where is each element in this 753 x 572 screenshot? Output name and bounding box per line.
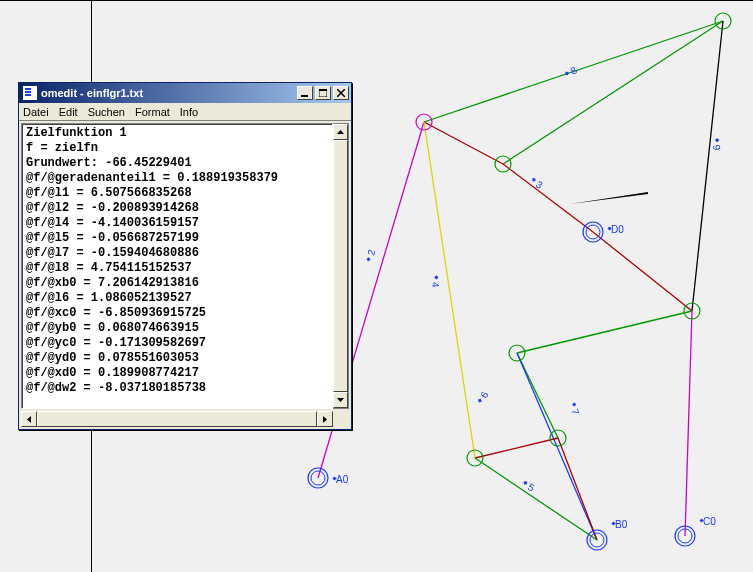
scrollbar-horizontal[interactable] (21, 411, 349, 427)
editor-textarea[interactable]: Zielfunktion 1 f = zielfn Grundwert: -66… (21, 123, 333, 409)
scroll-down-button[interactable] (333, 392, 348, 408)
text-editor-window: omedit - einflgr1.txt Datei Edit Suchen … (18, 82, 352, 430)
svg-marker-30 (337, 130, 344, 134)
maximize-button[interactable] (315, 86, 331, 100)
menu-format[interactable]: Format (135, 106, 170, 118)
scroll-v-thumb[interactable] (333, 140, 348, 392)
menu-info[interactable]: Info (180, 106, 198, 118)
close-button[interactable] (333, 86, 349, 100)
window-title: omedit - einflgr1.txt (41, 87, 297, 99)
scroll-corner (333, 411, 349, 427)
editor-body: Zielfunktion 1 f = zielfn Grundwert: -66… (19, 121, 351, 411)
scroll-left-button[interactable] (21, 411, 37, 427)
titlebar[interactable]: omedit - einflgr1.txt (19, 83, 351, 103)
menubar: Datei Edit Suchen Format Info (19, 103, 351, 121)
scroll-up-button[interactable] (333, 124, 348, 140)
minimize-button[interactable] (297, 86, 313, 100)
svg-rect-25 (301, 95, 308, 97)
svg-rect-27 (319, 89, 327, 91)
menu-datei[interactable]: Datei (23, 106, 49, 118)
scroll-h-track[interactable] (37, 411, 317, 427)
svg-marker-33 (323, 416, 327, 423)
svg-marker-31 (337, 398, 344, 402)
scroll-right-button[interactable] (317, 411, 333, 427)
scroll-h-thumb[interactable] (37, 411, 317, 427)
window-controls (297, 86, 349, 100)
svg-marker-24 (570, 192, 648, 204)
menu-suchen[interactable]: Suchen (88, 106, 125, 118)
app-icon (23, 86, 37, 100)
scroll-v-track[interactable] (333, 140, 348, 392)
svg-marker-32 (27, 416, 31, 423)
menu-edit[interactable]: Edit (59, 106, 78, 118)
scrollbar-vertical[interactable] (333, 123, 349, 409)
